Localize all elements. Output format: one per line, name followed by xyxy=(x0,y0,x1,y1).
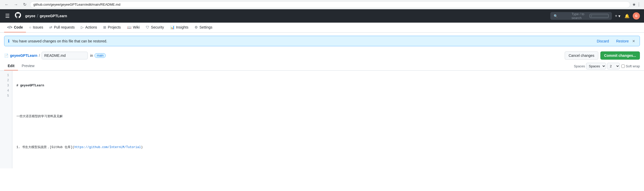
breadcrumb-separator: / xyxy=(37,13,38,19)
nav-issues-label: Issues xyxy=(33,25,43,29)
nav-settings[interactable]: ⚙ Settings xyxy=(191,23,216,32)
search-icon: 🔍 xyxy=(554,14,570,18)
repo-file-icon: 📄 xyxy=(4,53,8,58)
pull-request-icon: ⇄ xyxy=(49,25,52,29)
line-num-5: 5 xyxy=(4,93,9,98)
line-num-3: 3 xyxy=(4,83,9,88)
url-text: github.com/geyee/geyeeGPTLearn/edit/main… xyxy=(33,3,120,6)
browser-chrome: ← → ↻ github.com/geyee/geyeeGPTLearn/edi… xyxy=(0,0,644,9)
repo-breadcrumb: geyee / geyeeGPTLearn xyxy=(25,13,67,19)
nav-insights[interactable]: 📊 Insights xyxy=(167,23,191,32)
nav-code[interactable]: </> Code xyxy=(4,23,26,32)
github-header: ☰ geyee / geyeeGPTLearn 🔍 Type / to sear… xyxy=(0,9,644,23)
settings-icon: ⚙ xyxy=(195,25,198,29)
hamburger-icon: ☰ xyxy=(5,13,10,19)
avatar-initials: G xyxy=(635,14,637,18)
filename-input[interactable] xyxy=(42,52,88,59)
nav-pull-requests[interactable]: ⇄ Pull requests xyxy=(46,23,78,32)
projects-icon: ⊞ xyxy=(103,25,106,29)
nav-actions-label: Actions xyxy=(85,25,97,29)
spaces-select[interactable]: Spaces Tabs xyxy=(586,63,606,69)
commit-changes-button[interactable]: Commit changes... xyxy=(600,51,640,60)
wiki-icon: 📖 xyxy=(127,25,131,29)
cancel-changes-button[interactable]: Cancel changes xyxy=(565,51,598,60)
search-shortcut: / xyxy=(590,14,609,18)
nav-security-label: Security xyxy=(151,25,164,29)
banner-close-button[interactable]: × xyxy=(631,39,636,43)
editor-tabs-bar: Edit Preview Spaces Spaces Tabs 2 4 8 So… xyxy=(0,62,644,71)
restore-link[interactable]: Restore xyxy=(616,39,629,43)
nav-insights-label: Insights xyxy=(176,25,188,29)
code-link: https://github.com/InternLM/Tutorial xyxy=(74,145,141,149)
actions-icon: ▷ xyxy=(81,25,84,29)
code-editor[interactable]: # geyeeGPTLearn 一些大语言模型的学习资料及见解 1. 书生大模型… xyxy=(12,71,644,168)
editor-header-actions: Cancel changes Commit changes... xyxy=(565,51,640,60)
hamburger-menu-button[interactable]: ☰ xyxy=(4,12,11,20)
nav-pull-requests-label: Pull requests xyxy=(54,25,75,29)
edit-tab[interactable]: Edit xyxy=(4,62,18,70)
close-icon: × xyxy=(632,39,635,44)
bell-icon: 🔔 xyxy=(624,14,630,19)
search-placeholder: Type / to search xyxy=(572,12,588,20)
plus-button[interactable]: + ▾ xyxy=(614,13,621,20)
security-icon: 🛡 xyxy=(146,25,149,29)
nav-wiki[interactable]: 📖 Wiki xyxy=(124,23,143,32)
repo-link[interactable]: geyeeGPTLearn xyxy=(40,14,67,18)
line-num-1: 1 xyxy=(4,73,9,78)
notification-button[interactable]: 🔔 xyxy=(623,13,631,20)
nav-projects[interactable]: ⊞ Projects xyxy=(100,23,124,32)
softwrap-checkbox[interactable] xyxy=(621,65,625,68)
softwrap-text: Soft wrap xyxy=(626,64,640,68)
github-logo xyxy=(15,12,21,20)
branch-prefix: in xyxy=(90,53,93,58)
editor-options: Spaces Spaces Tabs 2 4 8 Soft wrap xyxy=(574,63,640,69)
preview-tab[interactable]: Preview xyxy=(18,62,38,70)
back-button[interactable]: ← xyxy=(3,2,10,7)
forward-button[interactable]: → xyxy=(12,2,20,7)
repo-nav: </> Code ○ Issues ⇄ Pull requests ▷ Acti… xyxy=(0,23,644,33)
code-heading: # geyeeGPTLearn xyxy=(16,83,44,88)
line-numbers: 1 2 3 4 5 xyxy=(0,71,12,168)
avatar[interactable]: G xyxy=(633,12,640,20)
editor-header: 📄 geyeeGPTLearn / in main Cancel changes… xyxy=(0,49,644,62)
editor-repo-link[interactable]: geyeeGPTLearn xyxy=(10,53,37,58)
spaces-label: Spaces xyxy=(574,64,585,68)
code-icon: </> xyxy=(7,25,12,29)
reload-button[interactable]: ↻ xyxy=(22,2,28,7)
code-line-4 xyxy=(16,129,640,134)
insights-icon: 📊 xyxy=(170,25,175,29)
nav-issues[interactable]: ○ Issues xyxy=(26,23,46,32)
nav-wiki-label: Wiki xyxy=(133,25,140,29)
editor-area: 1 2 3 4 5 # geyeeGPTLearn 一些大语言模型的学习资料及见… xyxy=(0,71,644,168)
nav-settings-label: Settings xyxy=(199,25,213,29)
indent-select[interactable]: 2 4 8 xyxy=(607,63,620,69)
url-bar[interactable]: github.com/geyee/geyeeGPTLearn/edit/main… xyxy=(30,1,630,8)
nav-actions[interactable]: ▷ Actions xyxy=(78,23,100,32)
softwrap-label[interactable]: Soft wrap xyxy=(621,64,640,68)
nav-code-label: Code xyxy=(14,25,23,29)
editor-separator: / xyxy=(39,53,40,58)
info-icon: ℹ xyxy=(8,39,9,43)
spaces-wrapper: Spaces Spaces Tabs 2 4 8 xyxy=(574,63,620,69)
discard-link[interactable]: Discard xyxy=(597,39,609,43)
nav-security[interactable]: 🛡 Security xyxy=(143,23,167,32)
editor-breadcrumb: 📄 geyeeGPTLearn / in main xyxy=(4,52,106,59)
plus-dropdown-icon: ▾ xyxy=(618,14,620,19)
plus-icon: + xyxy=(615,14,617,18)
issues-icon: ○ xyxy=(29,25,31,29)
branch-tag: main xyxy=(94,53,106,58)
banner-text: You have unsaved changes on this file th… xyxy=(12,39,594,43)
line-num-4: 4 xyxy=(4,88,9,93)
search-box[interactable]: 🔍 Type / to search / xyxy=(550,12,612,20)
user-link[interactable]: geyee xyxy=(25,14,35,18)
header-right: 🔍 Type / to search / + ▾ 🔔 G xyxy=(550,12,640,20)
code-line-1: # geyeeGPTLearn xyxy=(16,83,640,88)
browser-icons: ★ ⋮ xyxy=(632,2,641,7)
line-num-2: 2 xyxy=(4,78,9,83)
unsaved-changes-banner: ℹ You have unsaved changes on this file … xyxy=(4,36,640,46)
code-line-2 xyxy=(16,98,640,104)
code-line-3: 一些大语言模型的学习资料及见解 xyxy=(16,114,640,119)
code-line-5: 1. 书生大模型实战营，[GitHub 仓库](https://github.c… xyxy=(16,145,640,150)
nav-projects-label: Projects xyxy=(108,25,121,29)
